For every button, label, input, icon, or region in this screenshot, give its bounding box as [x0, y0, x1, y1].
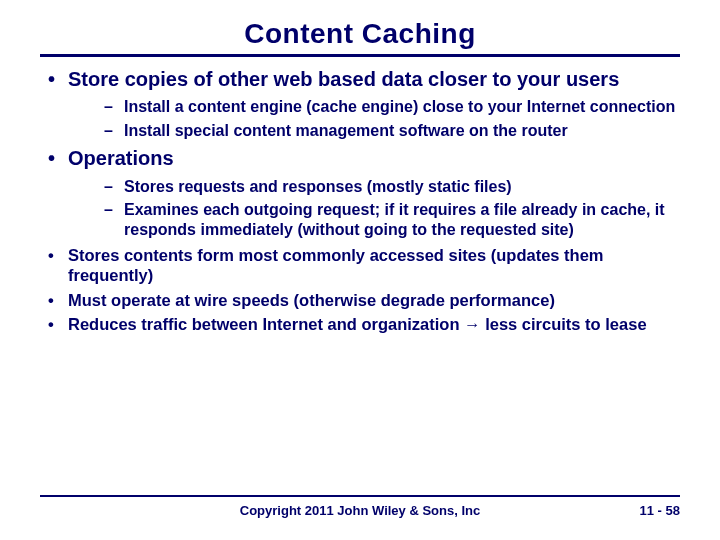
bullet-5: Reduces traffic between Internet and org…: [40, 314, 680, 334]
bullet-1-sub-1: Install a content engine (cache engine) …: [68, 97, 680, 117]
footer-rule: [40, 495, 680, 498]
bullet-1: Store copies of other web based data clo…: [40, 67, 680, 140]
bullet-list: Store copies of other web based data clo…: [40, 67, 680, 239]
bullet-list-cont: Stores contents form most commonly acces…: [40, 245, 680, 334]
slide-title: Content Caching: [40, 18, 680, 50]
bullet-3: Stores contents form most commonly acces…: [40, 245, 680, 285]
slide-container: Content Caching Store copies of other we…: [0, 0, 720, 540]
bullet-1-sub-2: Install special content management softw…: [68, 121, 680, 141]
bullet-1-text: Store copies of other web based data clo…: [68, 68, 619, 90]
slide-footer: Copyright 2011 John Wiley & Sons, Inc 11…: [40, 495, 680, 519]
footer-page-number: 11 - 58: [640, 503, 680, 518]
bullet-2-sub-1: Stores requests and responses (mostly st…: [68, 177, 680, 197]
bullet-2-text: Operations: [68, 147, 174, 169]
bullet-2-subs: Stores requests and responses (mostly st…: [68, 177, 680, 240]
bullet-1-subs: Install a content engine (cache engine) …: [68, 97, 680, 140]
footer-copyright: Copyright 2011 John Wiley & Sons, Inc: [240, 503, 480, 518]
title-underline: [40, 54, 680, 57]
footer-row: Copyright 2011 John Wiley & Sons, Inc 11…: [40, 503, 680, 518]
bullet-2: Operations Stores requests and responses…: [40, 146, 680, 239]
bullet-2-sub-2: Examines each outgoing request; if it re…: [68, 200, 680, 239]
bullet-4: Must operate at wire speeds (otherwise d…: [40, 290, 680, 310]
